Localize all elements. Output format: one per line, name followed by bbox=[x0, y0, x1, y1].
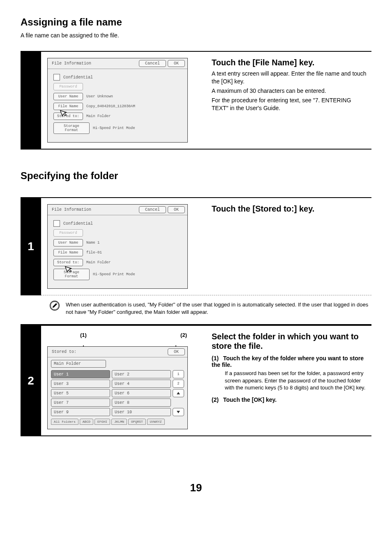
scroll-up-button[interactable] bbox=[173, 389, 184, 397]
step-number-2: 2 bbox=[21, 326, 41, 435]
note-text: When user authentication is used, "My Fo… bbox=[66, 295, 371, 316]
substep-heading: Touch the key of the folder where you wa… bbox=[212, 355, 364, 368]
step-row-select-folder: 2 (1) (2) ▼ ▼ Stored to: OK Main Folder … bbox=[21, 325, 371, 436]
step-paragraph: For the procedure for entering text, see… bbox=[212, 97, 367, 112]
file-name-value: Copy_04042010_112030AM bbox=[83, 103, 138, 110]
step-number-blank bbox=[21, 52, 41, 149]
substep-2: (2)Touch the [OK] key. bbox=[212, 396, 367, 403]
folder-item-user10[interactable]: User 10 bbox=[112, 408, 171, 416]
confidential-label: Confidential bbox=[63, 221, 93, 226]
substep-number: (1) bbox=[212, 355, 223, 362]
tab-uvwxyz[interactable]: UVWXYZ bbox=[147, 419, 165, 425]
step-text-storedto: Touch the [Stored to:] key. bbox=[203, 198, 371, 295]
tab-all-folders[interactable]: All Folders bbox=[51, 419, 78, 425]
password-button: Password bbox=[53, 229, 83, 237]
folder-select-panel: Stored to: OK Main Folder User 1 User 2 … bbox=[47, 346, 188, 429]
cancel-button[interactable]: Cancel bbox=[139, 60, 166, 67]
folder-item-user1[interactable]: User 1 bbox=[51, 370, 110, 378]
scroll-down-button[interactable] bbox=[173, 408, 184, 416]
step-row-filename: File Information Cancel OK Confidential … bbox=[21, 51, 371, 150]
user-name-button[interactable]: User Name bbox=[53, 239, 83, 246]
section-desc-assign: A file name can be assigned to the file. bbox=[21, 32, 371, 39]
folder-item-user7[interactable]: User 7 bbox=[51, 398, 110, 407]
password-button: Password bbox=[53, 83, 83, 90]
tab-abcd[interactable]: ABCD bbox=[80, 419, 93, 425]
confidential-checkbox[interactable] bbox=[53, 74, 60, 81]
ok-button[interactable]: OK bbox=[168, 206, 185, 213]
storage-format-value: Hi-Speed Print Mode bbox=[90, 125, 138, 131]
section-heading-folder: Specifying the folder bbox=[21, 170, 371, 182]
substep-desc: If a password has been set for the folde… bbox=[225, 370, 367, 391]
tab-jklmn[interactable]: JKLMN bbox=[111, 419, 127, 425]
folder-item-user3[interactable]: User 3 bbox=[51, 380, 110, 388]
confidential-label: Confidential bbox=[63, 75, 93, 80]
step-paragraph: A maximum of 30 characters can be entere… bbox=[212, 87, 367, 95]
file-info-panel-2: File Information Cancel OK Confidential … bbox=[47, 204, 188, 289]
section-heading-assign: Assigning a file name bbox=[21, 16, 371, 28]
user-name-value: Name 1 bbox=[83, 240, 103, 246]
confidential-checkbox[interactable] bbox=[53, 220, 60, 227]
page-indicator-2: 2 bbox=[173, 380, 184, 388]
storage-format-value: Hi-Speed Print Mode bbox=[90, 271, 138, 278]
step-title: Select the folder in which you want to s… bbox=[212, 332, 367, 351]
screenshot-panel-3: (1) (2) ▼ ▼ Stored to: OK Main Folder Us… bbox=[41, 326, 203, 435]
page-indicator-1: 1 bbox=[173, 370, 184, 378]
step-text-filename: Touch the [File Name] key. A text entry … bbox=[203, 52, 371, 149]
tab-efghi[interactable]: EFGHI bbox=[95, 419, 110, 425]
screenshot-panel-2: File Information Cancel OK Confidential … bbox=[41, 198, 203, 295]
file-name-button[interactable]: File Name bbox=[53, 103, 83, 110]
step-title: Touch the [Stored to:] key. bbox=[212, 204, 367, 214]
page-number: 19 bbox=[21, 481, 371, 494]
annotation-2: (2) bbox=[180, 332, 187, 338]
note-row: When user authentication is used, "My Fo… bbox=[21, 295, 371, 325]
cancel-button[interactable]: Cancel bbox=[139, 206, 166, 213]
folder-item-user5[interactable]: User 5 bbox=[51, 389, 110, 397]
step-paragraph: A text entry screen will appear. Enter t… bbox=[212, 70, 367, 85]
stored-to-value: Main Folder bbox=[83, 113, 114, 120]
ok-button[interactable]: OK bbox=[168, 348, 185, 355]
step-number-spacer bbox=[21, 295, 41, 295]
user-name-value: User Unknown bbox=[83, 93, 116, 100]
substep-number: (2) bbox=[212, 396, 223, 403]
screenshot-panel-1: File Information Cancel OK Confidential … bbox=[41, 52, 203, 149]
panel-title: File Information bbox=[50, 207, 93, 213]
ok-button[interactable]: OK bbox=[168, 60, 185, 67]
panel-title: Stored to: bbox=[50, 349, 78, 355]
folder-item-user2[interactable]: User 2 bbox=[112, 370, 171, 378]
step-number-1: 1 bbox=[21, 198, 41, 295]
user-name-button[interactable]: User Name bbox=[53, 93, 83, 100]
tab-opqrst[interactable]: OPQRST bbox=[128, 419, 146, 425]
panel-title: File Information bbox=[50, 60, 93, 67]
step-row-storedto: 1 File Information Cancel OK Confidentia… bbox=[21, 197, 371, 295]
folder-item-user9[interactable]: User 9 bbox=[51, 408, 110, 416]
folder-item-user6[interactable]: User 6 bbox=[112, 389, 171, 397]
pencil-note-icon bbox=[49, 300, 60, 312]
substep-heading: Touch the [OK] key. bbox=[223, 396, 277, 403]
step-title: Touch the [File Name] key. bbox=[212, 58, 367, 67]
stored-to-value: Main Folder bbox=[83, 259, 114, 266]
substep-1: (1)Touch the key of the folder where you… bbox=[212, 355, 367, 391]
main-folder-button[interactable]: Main Folder bbox=[51, 360, 106, 368]
folder-item-user4[interactable]: User 4 bbox=[112, 380, 171, 388]
folder-item-user8[interactable]: User 8 bbox=[112, 398, 171, 407]
file-name-value: file-01 bbox=[83, 249, 105, 256]
step-text-select-folder: Select the folder in which you want to s… bbox=[203, 326, 371, 435]
file-name-button[interactable]: File Name bbox=[53, 249, 83, 256]
storage-format-button[interactable]: Storage Format bbox=[53, 122, 90, 134]
annotation-1: (1) bbox=[80, 332, 87, 338]
file-info-panel-1: File Information Cancel OK Confidential … bbox=[47, 58, 188, 143]
